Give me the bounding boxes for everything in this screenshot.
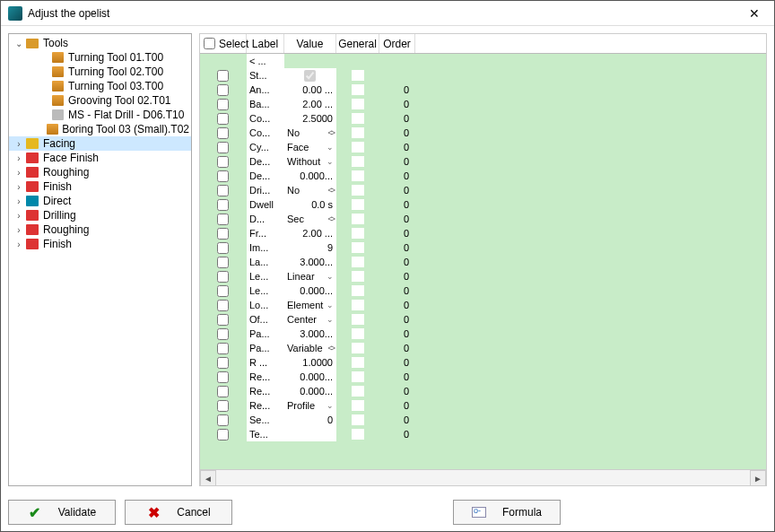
validate-button[interactable]: ✔ Validate xyxy=(8,500,116,525)
cell-order[interactable]: 0 xyxy=(379,341,415,355)
cell-value[interactable]: 0.000... xyxy=(284,283,336,298)
cell-select[interactable] xyxy=(200,312,247,327)
chevron-right-icon[interactable]: › xyxy=(13,225,25,235)
chevron-down-icon[interactable]: ⌄ xyxy=(327,272,334,281)
cell-general[interactable] xyxy=(336,283,379,298)
chevron-down-icon[interactable]: ⌄ xyxy=(327,157,334,166)
cell-value[interactable]: 2.5000 xyxy=(284,111,336,126)
cell-label[interactable]: Se... xyxy=(247,413,284,427)
row-checkbox[interactable] xyxy=(217,314,229,326)
cell-select[interactable] xyxy=(200,212,247,226)
cell-label[interactable]: Fr... xyxy=(247,226,284,240)
chevron-down-icon[interactable]: ⌄ xyxy=(327,401,334,410)
grid-row[interactable]: Im...90 xyxy=(200,240,766,255)
tree-item-tool[interactable]: Turning Tool 02.T00 xyxy=(9,65,191,79)
general-box[interactable] xyxy=(352,142,364,153)
cell-value[interactable]: 0.0 s xyxy=(284,197,336,212)
cell-label[interactable]: Dwell xyxy=(247,197,284,212)
grid-row[interactable]: An...0.00 ...0 xyxy=(200,83,766,97)
cell-select[interactable] xyxy=(200,83,247,97)
tree-item-tool[interactable]: Turning Tool 01.T00 xyxy=(9,50,191,65)
cell-select[interactable] xyxy=(200,197,247,212)
tree-item-tool[interactable]: MS - Flat Drill - D06.T10 xyxy=(9,108,191,122)
cell-general[interactable] xyxy=(336,83,379,97)
cell-value[interactable]: Linear⌄ xyxy=(284,269,336,283)
cell-value[interactable]: 0.000... xyxy=(284,384,336,398)
cell-label[interactable]: Le... xyxy=(247,283,284,298)
cell-general[interactable] xyxy=(336,240,379,255)
grid-row[interactable]: La...3.000...0 xyxy=(200,255,766,269)
cell-value[interactable]: 3.000... xyxy=(284,255,336,269)
cell-label[interactable]: Co... xyxy=(247,111,284,126)
cell-order[interactable]: 0 xyxy=(379,427,415,441)
row-checkbox[interactable] xyxy=(217,242,229,254)
cell-order[interactable]: 0 xyxy=(379,83,415,97)
row-checkbox[interactable] xyxy=(217,170,229,182)
general-box[interactable] xyxy=(352,99,364,109)
cell-select[interactable] xyxy=(200,111,247,126)
cell-value[interactable]: 2.00 ... xyxy=(284,97,336,111)
grid-row[interactable]: Te...0 xyxy=(200,427,766,441)
cell-general[interactable] xyxy=(336,97,379,111)
cell-select[interactable] xyxy=(200,283,247,298)
grid-row[interactable]: Ba...2.00 ...0 xyxy=(200,97,766,111)
cell-order[interactable]: 0 xyxy=(379,97,415,111)
col-select[interactable]: Select xyxy=(200,34,247,53)
cell-select[interactable] xyxy=(200,183,247,197)
chevron-down-icon[interactable]: ⌄ xyxy=(13,39,25,48)
tree-item-op[interactable]: ›Roughing xyxy=(9,222,191,237)
chevron-down-icon[interactable]: ⌄ xyxy=(327,143,334,152)
formula-button[interactable]: Formula xyxy=(453,500,561,525)
chevron-right-icon[interactable]: › xyxy=(13,139,25,149)
cell-label[interactable]: Pa... xyxy=(247,341,284,355)
cell-select[interactable] xyxy=(200,140,247,154)
cell-general[interactable] xyxy=(336,126,379,140)
cell-order[interactable]: 0 xyxy=(379,111,415,126)
general-box[interactable] xyxy=(352,70,364,81)
cell-select[interactable] xyxy=(200,355,247,370)
grid-row[interactable]: De...0.000...0 xyxy=(200,169,766,183)
cell-general[interactable] xyxy=(336,68,379,83)
cell-value[interactable] xyxy=(284,427,336,441)
general-box[interactable] xyxy=(352,127,364,138)
grid-row[interactable]: Re...Profile⌄0 xyxy=(200,398,766,413)
tree-item-op[interactable]: ›Finish xyxy=(9,237,191,251)
cell-general[interactable] xyxy=(336,111,379,126)
tree-item-op[interactable]: ›Roughing xyxy=(9,165,191,179)
cell-select[interactable] xyxy=(200,413,247,427)
cell-general[interactable] xyxy=(336,327,379,341)
cell-order[interactable]: 0 xyxy=(379,312,415,327)
select-all-checkbox[interactable] xyxy=(204,38,215,49)
cell-label[interactable]: Le... xyxy=(247,269,284,283)
row-checkbox[interactable] xyxy=(217,199,229,211)
cell-select[interactable] xyxy=(200,327,247,341)
scroll-right-icon[interactable]: ► xyxy=(750,470,766,486)
cell-label[interactable]: Re... xyxy=(247,398,284,413)
cell-value[interactable]: Face⌄ xyxy=(284,140,336,154)
tree-root-tools[interactable]: ⌄ Tools xyxy=(9,36,191,50)
grid-row[interactable]: Pa...Variable<>0 xyxy=(200,341,766,355)
cell-select[interactable] xyxy=(200,384,247,398)
cell-general[interactable] xyxy=(336,370,379,384)
general-box[interactable] xyxy=(352,285,364,296)
general-box[interactable] xyxy=(352,170,364,181)
tree-item-op[interactable]: ›Finish xyxy=(9,179,191,194)
cell-value[interactable]: 1.0000 xyxy=(284,355,336,370)
general-box[interactable] xyxy=(352,429,364,440)
tree-item-op[interactable]: ›Direct xyxy=(9,194,191,208)
cell-order[interactable]: 0 xyxy=(379,370,415,384)
cell-general[interactable] xyxy=(336,269,379,283)
cell-label[interactable]: St... xyxy=(247,68,284,83)
cell-order[interactable]: 0 xyxy=(379,226,415,240)
cell-general[interactable] xyxy=(336,197,379,212)
cell-order[interactable]: 0 xyxy=(379,384,415,398)
tree-panel[interactable]: ⌄ Tools Turning Tool 01.T00 Turning Tool… xyxy=(8,33,192,486)
row-checkbox[interactable] xyxy=(217,142,229,153)
cell-select[interactable] xyxy=(200,298,247,312)
general-box[interactable] xyxy=(352,357,364,368)
tree-item-tool[interactable]: Boring Tool 03 (Small).T02 xyxy=(9,122,191,136)
cell-select[interactable] xyxy=(200,370,247,384)
cell-value[interactable]: Without⌄ xyxy=(284,154,336,169)
cell-order[interactable]: 0 xyxy=(379,154,415,169)
cell-select[interactable] xyxy=(200,154,247,169)
